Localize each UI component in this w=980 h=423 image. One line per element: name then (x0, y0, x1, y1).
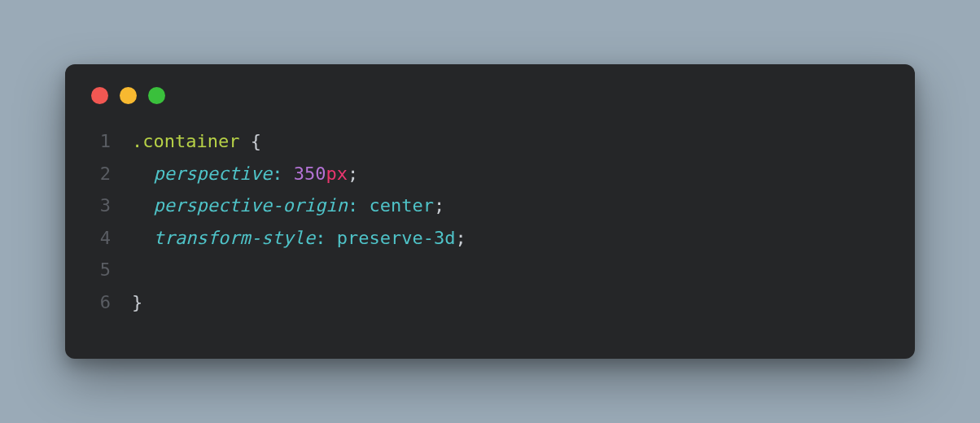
line-content: perspective-origin: center; (132, 190, 444, 222)
code-window: 1.container {2 perspective: 350px;3 pers… (65, 64, 915, 359)
token-brace: { (251, 131, 261, 151)
token-val: center (369, 195, 433, 216)
code-line: 5 (90, 254, 890, 286)
token-plain (326, 228, 336, 248)
token-colon: : (315, 228, 326, 248)
line-number: 2 (90, 158, 111, 190)
traffic-lights (91, 87, 890, 104)
line-number: 5 (90, 254, 111, 286)
token-prop: transform-style (154, 228, 316, 248)
code-line: 6} (90, 286, 890, 319)
line-content: perspective: 350px; (132, 158, 358, 190)
token-plain (132, 228, 154, 248)
close-icon[interactable] (91, 87, 108, 104)
code-line: 4 transform-style: preserve-3d; (90, 222, 890, 255)
token-prop: perspective (154, 164, 273, 184)
token-val: preserve-3d (337, 228, 456, 248)
maximize-icon[interactable] (148, 87, 165, 104)
line-content: .container { (132, 125, 261, 158)
token-semi: ; (348, 164, 358, 184)
token-plain (358, 195, 369, 216)
token-semi: ; (455, 228, 466, 248)
line-number: 6 (90, 286, 111, 319)
token-unit: px (326, 164, 348, 184)
token-colon: : (348, 195, 358, 216)
token-plain (132, 164, 154, 184)
token-semi: ; (434, 195, 444, 216)
line-number: 4 (90, 222, 111, 255)
token-plain (132, 195, 154, 216)
line-number: 3 (90, 190, 111, 222)
token-prop: perspective-origin (154, 195, 348, 216)
code-line: 1.container { (90, 125, 890, 158)
code-line: 2 perspective: 350px; (90, 158, 890, 190)
minimize-icon[interactable] (120, 87, 137, 104)
line-content: } (132, 286, 142, 319)
code-block: 1.container {2 perspective: 350px;3 pers… (90, 125, 890, 319)
token-colon: : (272, 164, 282, 184)
line-content: transform-style: preserve-3d; (132, 222, 466, 255)
code-line: 3 perspective-origin: center; (90, 190, 890, 222)
token-plain (282, 164, 293, 184)
token-selector: .container (132, 131, 239, 151)
token-brace: } (132, 292, 142, 312)
token-num: 350 (294, 164, 326, 184)
token-plain (239, 131, 250, 151)
line-number: 1 (90, 125, 111, 158)
